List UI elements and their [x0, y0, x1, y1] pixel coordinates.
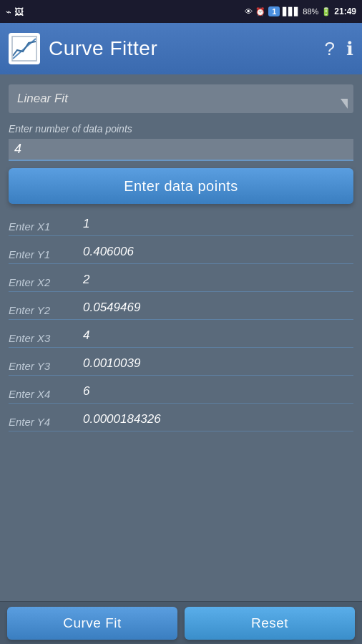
field-input-0[interactable]: [80, 215, 353, 233]
field-input-5[interactable]: [80, 355, 353, 372]
field-input-4[interactable]: [80, 327, 353, 344]
usb-icon: ⌁: [6, 6, 11, 17]
alarm-icon: ⏰: [255, 7, 265, 16]
app-logo-svg: [11, 36, 37, 62]
field-row-5: Enter Y3: [9, 355, 353, 376]
field-row-7: Enter Y4: [9, 411, 353, 431]
status-bar: ⌁ 🖼 👁 ⏰ 1 ▋▋▋ 88% 🔋 21:49: [0, 0, 362, 23]
help-button[interactable]: ?: [325, 38, 335, 60]
field-label-0: Enter X1: [9, 220, 80, 233]
main-content: Linear Fit Enter number of data points E…: [0, 74, 362, 601]
curve-fit-button[interactable]: Curve Fit: [7, 607, 177, 640]
bottom-bar: Curve Fit Reset: [0, 601, 362, 644]
dropdown-arrow-icon: [341, 99, 348, 109]
field-label-4: Enter X3: [9, 332, 80, 344]
num-points-label: Enter number of data points: [9, 123, 353, 135]
time-display: 21:49: [334, 6, 356, 16]
app-title: Curve Fitter: [49, 37, 325, 60]
fit-type-label: Linear Fit: [17, 92, 68, 105]
image-icon: 🖼: [14, 6, 24, 17]
app-bar-actions: ? ℹ: [325, 38, 353, 60]
notification-badge: 1: [268, 6, 280, 16]
field-row-2: Enter X2: [9, 271, 353, 292]
field-input-1[interactable]: [80, 243, 353, 260]
field-input-2[interactable]: [80, 271, 353, 288]
reset-button[interactable]: Reset: [185, 607, 355, 640]
status-bar-left: ⌁ 🖼: [6, 6, 24, 17]
info-button[interactable]: ℹ: [346, 38, 353, 60]
field-input-6[interactable]: [80, 383, 353, 400]
field-row-1: Enter Y1: [9, 243, 353, 264]
field-input-3[interactable]: [80, 299, 353, 316]
field-label-3: Enter Y2: [9, 304, 80, 316]
field-row-0: Enter X1: [9, 215, 353, 236]
app-icon: [9, 33, 40, 64]
fit-type-dropdown[interactable]: Linear Fit: [9, 84, 353, 113]
app-bar: Curve Fitter ? ℹ: [0, 23, 362, 74]
data-points-section: Enter number of data points Enter data p…: [9, 123, 353, 215]
field-label-6: Enter X4: [9, 388, 80, 400]
field-row-4: Enter X3: [9, 327, 353, 348]
eye-icon: 👁: [245, 7, 253, 16]
field-input-7[interactable]: [80, 411, 353, 428]
field-label-2: Enter X2: [9, 276, 80, 288]
num-points-input[interactable]: [9, 139, 353, 161]
signal-icon: ▋▋▋: [283, 7, 300, 16]
battery-icon: 🔋: [321, 7, 331, 16]
enter-data-points-button[interactable]: Enter data points: [9, 168, 353, 204]
field-row-3: Enter Y2: [9, 299, 353, 320]
status-bar-right: 👁 ⏰ 1 ▋▋▋ 88% 🔋 21:49: [245, 6, 356, 16]
battery-text: 88%: [303, 7, 318, 16]
field-label-7: Enter Y4: [9, 416, 80, 428]
field-label-5: Enter Y3: [9, 360, 80, 372]
field-label-1: Enter Y1: [9, 248, 80, 260]
field-row-6: Enter X4: [9, 383, 353, 404]
fields-container: Enter X1Enter Y1Enter X2Enter Y2Enter X3…: [9, 215, 353, 431]
